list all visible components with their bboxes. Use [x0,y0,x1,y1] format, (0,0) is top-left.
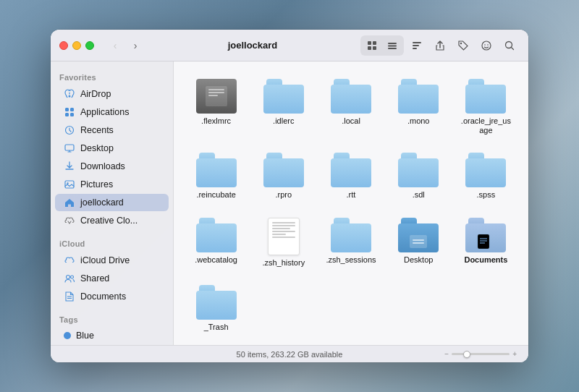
file-item-idlerc[interactable]: .idlerc [253,73,314,141]
airdrop-label: AirDrop [80,89,111,99]
file-label-spss: .spss [477,190,496,200]
favorites-section-title: Favorites [51,67,173,85]
statusbar: 50 items, 263.22 GB available − + [51,345,528,362]
file-item-spss[interactable]: .spss [455,147,517,205]
file-item-zsh-sessions[interactable]: .zsh_sessions [320,212,381,273]
svg-rect-1 [373,41,376,45]
traffic-lights [59,41,94,50]
file-label-mono: .mono [407,116,430,126]
svg-rect-29 [478,234,489,249]
slider-thumb[interactable] [463,351,470,358]
icon-view-button[interactable] [362,37,382,54]
file-label-zsh-sessions: .zsh_sessions [326,255,376,265]
sort-button[interactable] [407,37,427,54]
svg-point-15 [69,95,71,98]
file-item-zsh-history[interactable]: .zsh_history [253,212,314,273]
svg-point-11 [482,41,491,50]
file-item-flexlmrc[interactable]: .flexlmrc [185,73,247,141]
file-item-trash[interactable]: _Trash [185,279,247,338]
emoji-button[interactable] [476,37,496,54]
file-item-rtt[interactable]: .rtt [320,147,381,205]
sidebar-item-pictures[interactable]: Pictures [55,176,169,193]
blue-tag-label: Blue [76,331,94,341]
sort-icon [412,41,422,50]
file-grid: .flexlmrc .idlerc .local [185,73,517,338]
folder-icon-oracle [465,79,506,114]
folder-icon-local [331,79,371,114]
svg-rect-2 [368,46,371,50]
svg-point-12 [484,44,486,46]
file-item-mono[interactable]: .mono [388,73,449,141]
svg-point-24 [67,276,70,279]
file-area: .flexlmrc .idlerc .local [174,61,528,345]
folder-icon-spss [465,153,506,187]
svg-rect-9 [413,48,417,49]
svg-rect-19 [70,113,74,116]
maximize-button[interactable] [85,41,94,50]
sidebar-item-shared[interactable]: Shared [55,270,169,287]
toolbar-right [360,35,520,56]
sidebar-item-recents[interactable]: Recents [55,122,169,139]
folder-icon-zsh-sessions [331,218,371,252]
sidebar-item-icloud-drive[interactable]: iCloud Drive [55,252,169,269]
file-label-local: .local [342,116,360,126]
documents-label: Documents [80,291,126,302]
search-button[interactable] [499,37,520,54]
file-icon-flexlmrc [196,79,237,114]
file-item-local[interactable]: .local [320,73,381,141]
folder-icon-rpro [263,153,304,187]
file-item-desktop-folder[interactable]: Desktop [388,212,449,273]
close-button[interactable] [59,41,68,50]
svg-rect-16 [65,108,69,111]
svg-rect-17 [70,108,74,111]
sidebar-item-applications[interactable]: Applications [55,103,169,121]
recents-icon [64,124,75,136]
svg-rect-7 [413,42,421,43]
sidebar-item-airdrop[interactable]: AirDrop [55,85,169,103]
pictures-icon [64,179,75,190]
file-item-rpro[interactable]: .rpro [253,147,314,205]
svg-rect-21 [65,145,74,150]
file-label-webcatalog: .webcatalog [195,255,237,265]
folder-icon-idlerc [263,79,304,114]
shared-label: Shared [80,273,109,284]
file-item-documents-folder[interactable]: Documents [455,212,517,273]
back-button[interactable]: ‹ [106,38,124,53]
icloud-drive-label: iCloud Drive [80,255,130,265]
tag-icon [458,41,468,51]
slider-track[interactable] [452,353,510,355]
minimize-button[interactable] [72,41,81,50]
tag-button[interactable] [453,37,473,54]
applications-icon [64,106,75,118]
sidebar-item-joellockard[interactable]: joellockard [55,194,169,211]
desktop-label: Desktop [80,143,114,153]
forward-button[interactable]: › [126,38,145,53]
file-label-idlerc: .idlerc [273,116,294,126]
tags-section-title: Tags [51,310,173,327]
icloud-drive-icon [64,255,75,266]
icloud-section-title: iCloud [51,234,173,251]
folder-icon-webcatalog [196,218,237,252]
list-view-button[interactable] [382,37,402,54]
file-item-sdl[interactable]: .sdl [388,147,449,205]
airdrop-icon [64,88,75,100]
file-item-webcatalog[interactable]: .webcatalog [185,212,247,273]
sidebar-item-downloads[interactable]: Downloads [55,158,169,175]
file-item-reincubate[interactable]: .reincubate [185,147,247,205]
sidebar-item-documents[interactable]: Documents [55,288,169,305]
file-label-flexlmrc: .flexlmrc [201,116,231,126]
sidebar-tag-blue[interactable]: Blue [55,328,169,344]
folder-icon-reincubate [196,153,237,187]
joellockard-label: joellockard [80,197,124,208]
zoom-slider[interactable]: − + [444,350,517,358]
emoji-icon [481,41,491,51]
sidebar-item-desktop[interactable]: Desktop [55,140,169,157]
pictures-label: Pictures [80,179,113,189]
blue-tag-dot [64,332,71,339]
svg-rect-3 [373,46,376,50]
file-label-rtt: .rtt [347,190,356,200]
file-label-zsh-history: .zsh_history [262,258,305,268]
share-button[interactable] [430,37,450,54]
file-item-oracle[interactable]: .oracle_jre_usage [455,73,517,141]
sidebar-item-creative-cloud[interactable]: Creative Clo... [55,212,169,229]
